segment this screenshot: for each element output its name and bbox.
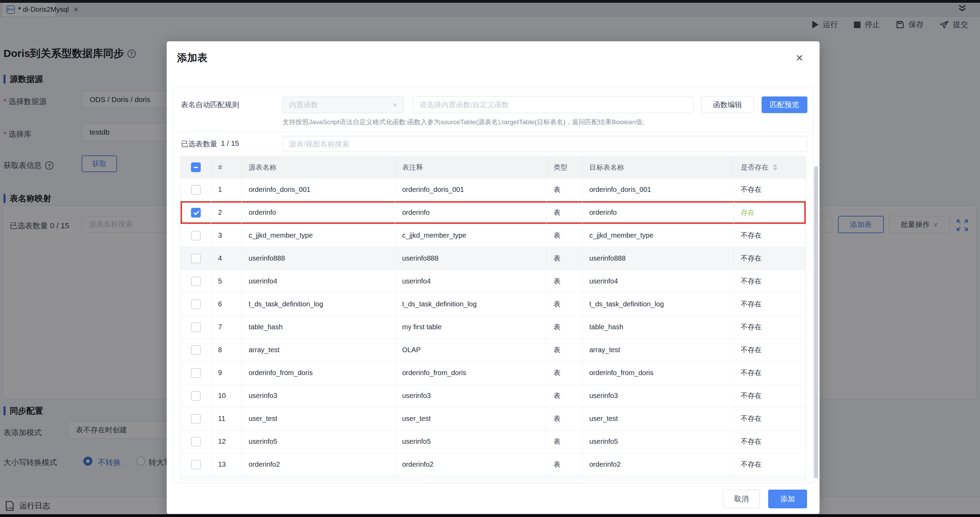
table-row[interactable]: 3c_jjkd_member_typec_jjkd_member_type表c_… — [181, 224, 806, 247]
table-row[interactable]: 13orderinfo2orderinfo2表orderinfo2不存在 — [181, 453, 806, 476]
table-type: 表 — [547, 384, 582, 407]
row-checkbox[interactable] — [191, 368, 201, 378]
row-checkbox-cell[interactable] — [181, 293, 211, 316]
screen: P * di-Doris2Mysql ✕ 运行 停止 保存 提交 Doris到关… — [0, 0, 980, 517]
row-checkbox-cell[interactable] — [181, 247, 211, 270]
builtin-function-select[interactable]: 内置函数 ∨ — [282, 97, 404, 113]
table-type: 表 — [547, 293, 582, 316]
target-table-name: c_jjkd_member_type — [582, 224, 734, 247]
col-source-name: 源表名称 — [242, 157, 395, 178]
modal-footer: 取消 添加 — [723, 490, 807, 508]
match-preview-button[interactable]: 匹配预览 — [762, 97, 807, 113]
select-all-checkbox-cell[interactable] — [181, 157, 211, 178]
match-rule-block: 表名自动匹配规则 内置函数 ∨ 函数编辑 匹配预览 支持按照JavaScript… — [173, 88, 813, 132]
table-comment: orderinfo_from_doris — [395, 362, 547, 384]
row-checkbox-cell[interactable] — [181, 201, 211, 224]
source-table-name: user_test — [242, 408, 395, 430]
exists-status: 存在 — [734, 201, 806, 224]
row-checkbox-cell[interactable] — [181, 384, 211, 407]
modal-content-panel: 表名自动匹配规则 内置函数 ∨ 函数编辑 匹配预览 支持按照JavaScript… — [173, 88, 813, 483]
sort-asc-icon[interactable] — [773, 164, 778, 167]
source-table-name: orderinfo2 — [242, 453, 395, 476]
match-rule-label: 表名自动匹配规则 — [181, 100, 282, 109]
row-checkbox[interactable] — [191, 185, 201, 195]
add-table-modal: 添加表 ✕ 表名自动匹配规则 内置函数 ∨ 函数编辑 匹配预览 支持按照Java… — [167, 41, 819, 514]
row-checkbox-cell[interactable] — [181, 362, 211, 384]
exists-status: 不存在 — [734, 430, 806, 453]
sort-desc-icon[interactable] — [773, 168, 778, 171]
modal-table-body: 1orderinfo_doris_001orderinfo_doris_001表… — [181, 178, 806, 476]
add-button[interactable]: 添加 — [768, 490, 807, 508]
source-table-name: orderinfo_doris_001 — [242, 178, 395, 201]
select-all-checkbox[interactable] — [191, 162, 201, 172]
row-checkbox[interactable] — [191, 345, 201, 355]
row-checkbox-cell[interactable] — [181, 339, 211, 361]
exists-status: 不存在 — [734, 453, 806, 476]
row-checkbox[interactable] — [191, 460, 201, 469]
row-checkbox[interactable] — [191, 322, 201, 332]
table-row[interactable]: 8array_testOLAP表array_test不存在 — [181, 338, 806, 361]
modal-vertical-scrollbar-thumb[interactable] — [814, 166, 818, 479]
row-checkbox-cell[interactable] — [181, 430, 211, 453]
table-row[interactable]: 7table_hashmy first table表table_hash不存在 — [181, 316, 806, 338]
row-checkbox-cell[interactable] — [181, 178, 211, 201]
row-checkbox[interactable] — [191, 391, 201, 401]
modal-search-input[interactable] — [282, 136, 807, 152]
table-row[interactable]: 10userinfo3userinfo3表userinfo3不存在 — [181, 384, 806, 407]
row-index: 7 — [211, 316, 242, 338]
row-checkbox[interactable] — [191, 208, 201, 217]
table-row[interactable]: 6t_ds_task_definition_logt_ds_task_defin… — [181, 292, 806, 316]
cancel-button[interactable]: 取消 — [723, 490, 760, 508]
row-checkbox[interactable] — [191, 437, 201, 447]
table-type: 表 — [547, 247, 582, 270]
row-checkbox-cell[interactable] — [181, 453, 211, 476]
row-checkbox[interactable] — [191, 231, 201, 241]
tables-table: # 源表名称 表注释 类型 目标表名称 是否存在 1orderinfo_dori… — [180, 156, 806, 476]
horizontal-scrollbar-thumb[interactable] — [427, 483, 580, 483]
table-comment: userinfo4 — [395, 270, 547, 292]
target-table-name: orderinfo_doris_001 — [582, 178, 734, 201]
target-table-name: userinfo5 — [582, 430, 734, 453]
row-checkbox[interactable] — [191, 254, 201, 263]
target-table-name: table_hash — [582, 316, 734, 338]
modal-title: 添加表 — [177, 51, 207, 65]
table-row[interactable]: 11user_testuser_test表user_test不存在 — [181, 407, 806, 430]
row-checkbox-cell[interactable] — [181, 224, 211, 247]
col-comment: 表注释 — [395, 157, 547, 178]
source-table-name: userinfo5 — [242, 430, 395, 453]
row-checkbox[interactable] — [191, 276, 201, 286]
table-row[interactable]: 5userinfo4userinfo4表userinfo4不存在 — [181, 270, 806, 292]
function-input[interactable] — [413, 97, 694, 113]
rule-hint-text: 支持按照JavaScript语法自定义格式化函数:函数入参为sourceTabl… — [282, 117, 807, 127]
table-row[interactable]: 12userinfo5userinfo5表userinfo5不存在 — [181, 430, 806, 453]
row-index: 13 — [211, 453, 242, 476]
row-index: 6 — [211, 293, 242, 316]
horizontal-scrollbar[interactable] — [180, 483, 806, 483]
table-row[interactable]: 9orderinfo_from_dorisorderinfo_from_dori… — [181, 361, 806, 384]
target-table-name: t_ds_task_definition_log — [582, 293, 734, 316]
row-checkbox-cell[interactable] — [181, 316, 211, 338]
exists-status: 不存在 — [734, 316, 806, 338]
table-row[interactable]: 4userinfo888userinfo888表userinfo888不存在 — [181, 247, 806, 270]
table-comment: orderinfo_doris_001 — [395, 178, 547, 201]
exists-status: 不存在 — [734, 384, 806, 407]
row-checkbox[interactable] — [191, 414, 201, 423]
row-checkbox-cell[interactable] — [181, 270, 211, 292]
table-row[interactable]: 1orderinfo_doris_001orderinfo_doris_001表… — [181, 178, 806, 201]
function-edit-button[interactable]: 函数编辑 — [701, 97, 754, 113]
modal-close-icon[interactable]: ✕ — [795, 52, 803, 64]
table-type: 表 — [547, 339, 582, 361]
table-type: 表 — [547, 453, 582, 476]
row-index: 12 — [211, 430, 242, 453]
table-comment: userinfo3 — [395, 384, 547, 407]
row-checkbox[interactable] — [191, 300, 201, 309]
source-table-name: userinfo888 — [242, 247, 395, 270]
sort-control[interactable] — [773, 164, 778, 171]
table-type: 表 — [547, 408, 582, 430]
exists-status: 不存在 — [734, 224, 806, 247]
row-checkbox-cell[interactable] — [181, 408, 211, 430]
table-row[interactable]: 2orderinfoorderinfo表orderinfo存在 — [181, 201, 806, 224]
table-comment: OLAP — [395, 339, 547, 361]
selected-count-row: 已选表数量1 / 15 — [173, 132, 813, 156]
chevron-down-icon: ∨ — [393, 101, 397, 108]
